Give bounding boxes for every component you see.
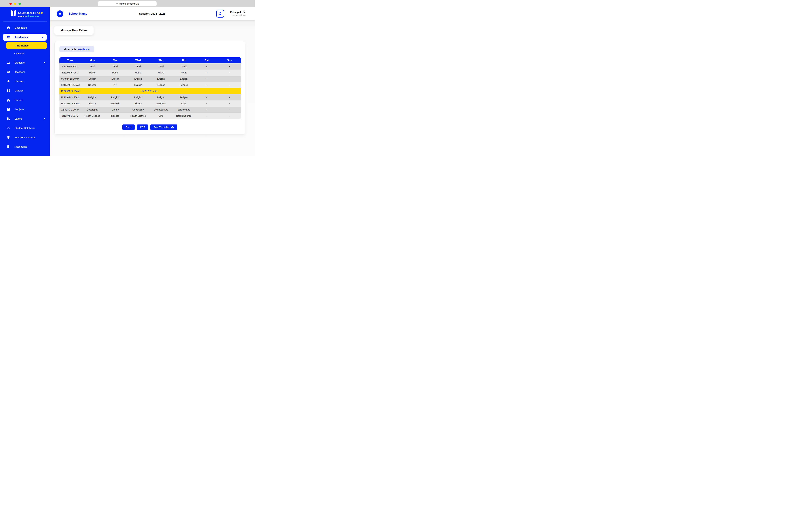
sidebar-item-label: Exams xyxy=(15,117,22,120)
sidebar-item-label: Students xyxy=(15,61,25,64)
sidebar-item-student-database[interactable]: Student Database xyxy=(0,124,50,133)
browser-topbar: school.schooler.lk xyxy=(0,0,255,7)
subject-cell: - xyxy=(218,70,241,76)
subject-cell: English xyxy=(104,76,127,82)
user-role-dropdown[interactable]: Principal xyxy=(230,11,246,14)
home-icon xyxy=(6,98,10,102)
subject-cell: History xyxy=(81,100,104,107)
export-actions: Excel PDF Print Timetable xyxy=(55,125,245,130)
subject-cell: Maths xyxy=(172,70,195,76)
subject-cell: Aesthetic xyxy=(149,100,172,107)
subject-cell: Science xyxy=(81,82,104,88)
table-row: 11:50AM-12:30PMHistoryAestheticHistoryAe… xyxy=(59,100,241,107)
subject-cell: Maths xyxy=(81,70,104,76)
pdf-button[interactable]: PDF xyxy=(137,125,148,130)
subject-cell: English xyxy=(127,76,149,82)
print-timetable-button[interactable]: Print Timetable xyxy=(150,125,177,130)
lock-icon xyxy=(116,2,118,5)
sidebar-item-label: Attendance xyxy=(15,145,27,148)
sidebar-item-houses[interactable]: Houses xyxy=(0,95,50,105)
table-row: 11:10AM-11:50AMReligionReligionReligionR… xyxy=(59,94,241,100)
sidebar-item-subjects[interactable]: Subjects xyxy=(0,105,50,114)
close-window-button[interactable] xyxy=(9,3,12,5)
subject-cell: Health Science xyxy=(172,113,195,119)
group-icon xyxy=(6,79,10,83)
sidebar: SCHOOLER.LK Powered By AlphaCodes Dashbo… xyxy=(0,7,50,156)
sidebar-item-dashboard[interactable]: Dashboard xyxy=(0,23,50,33)
subject-cell: - xyxy=(195,63,218,70)
subject-cell: - xyxy=(195,70,218,76)
table-row: 12:30PM-1:10PMGeographyLibraryGeographyC… xyxy=(59,107,241,113)
subject-cell: Geography xyxy=(81,107,104,113)
maximize-window-button[interactable] xyxy=(19,3,21,5)
subject-cell: - xyxy=(195,107,218,113)
time-cell: 12:30PM-1:10PM xyxy=(59,107,81,113)
printer-icon xyxy=(171,126,174,129)
sidebar-divider xyxy=(3,21,47,22)
time-cell: 9:30AM-10:10AM xyxy=(59,76,81,82)
subject-cell: English xyxy=(172,76,195,82)
sidebar-item-division[interactable]: Division xyxy=(0,86,50,96)
subject-cell: Science xyxy=(127,82,149,88)
subject-cell: Religion xyxy=(149,94,172,100)
column-header-thu: Thu xyxy=(149,57,172,63)
chevron-down-icon xyxy=(243,11,246,14)
subject-cell: Maths xyxy=(104,70,127,76)
subject-cell: P T xyxy=(104,82,127,88)
sidebar-item-exams[interactable]: Exams xyxy=(0,114,50,124)
subject-cell: Maths xyxy=(127,70,149,76)
book-logo-icon xyxy=(10,10,16,18)
table-row: 8:10AM-8:50AMTamilTamilTamilTamilTamil-- xyxy=(59,63,241,70)
timetable-header-row: TimeMonTueWedThuFriSatSun xyxy=(59,57,241,63)
powered-by: Powered By AlphaCodes xyxy=(18,15,44,17)
subject-cell: - xyxy=(195,113,218,119)
subject-cell: Religion xyxy=(81,94,104,100)
brand-title: SCHOOLER.LK xyxy=(18,11,44,15)
avatar[interactable] xyxy=(216,10,224,18)
subject-cell: Aesthetic xyxy=(104,100,127,107)
subject-cell: - xyxy=(195,100,218,107)
subject-cell: Science xyxy=(104,113,127,119)
sidebar-item-time-tables[interactable]: Time Tables xyxy=(6,42,47,49)
person-icon xyxy=(218,11,223,16)
column-header-fri: Fri xyxy=(172,57,195,63)
interval-row: 10:50AM-11:10AMINTERVAL xyxy=(59,88,241,94)
time-cell: 8:50AM-9:30AM xyxy=(59,70,81,76)
page-header: School Name Session: 2024 - 2025 Princip… xyxy=(50,7,255,20)
time-cell: 11:10AM-11:50AM xyxy=(59,94,81,100)
book-icon xyxy=(6,107,10,111)
sidebar-item-teachers[interactable]: Teachers xyxy=(0,68,50,77)
sidebar-item-attendance[interactable]: Attendance xyxy=(0,142,50,152)
subject-cell: Tamil xyxy=(127,63,149,70)
timetable-grade: Grade 6 A xyxy=(78,48,90,51)
sidebar-item-students[interactable]: Students xyxy=(0,58,50,68)
subject-cell: - xyxy=(195,76,218,82)
column-header-time: Time xyxy=(59,57,81,63)
sidebar-item-calendar[interactable]: Calendar xyxy=(0,49,50,58)
subject-cell: - xyxy=(218,100,241,107)
session-label: Session: 2024 - 2025 xyxy=(139,7,165,20)
sidebar-item-academics[interactable]: Academics xyxy=(3,34,47,41)
minimize-window-button[interactable] xyxy=(14,3,16,5)
sidebar-item-classes[interactable]: Classes xyxy=(0,77,50,86)
subject-cell: Geography xyxy=(127,107,149,113)
brand-logo: SCHOOLER.LK Powered By AlphaCodes xyxy=(0,7,50,18)
sidebar-item-label: Academics xyxy=(15,36,28,39)
user-type: Super Admin xyxy=(232,14,246,17)
time-cell: 11:50AM-12:30PM xyxy=(59,100,81,107)
sidebar-item-teacher-database[interactable]: Teacher Database xyxy=(0,133,50,142)
excel-button[interactable]: Excel xyxy=(122,125,135,130)
subject-cell: - xyxy=(218,113,241,119)
school-name: School Name xyxy=(69,12,87,16)
address-bar[interactable]: school.schooler.lk xyxy=(98,1,157,6)
column-header-mon: Mon xyxy=(81,57,104,63)
time-cell: 1:10PM-1:50PM xyxy=(59,113,81,119)
subject-cell: Science xyxy=(172,82,195,88)
subject-cell: Religion xyxy=(172,94,195,100)
subject-cell: Civic xyxy=(149,113,172,119)
subject-cell: Library xyxy=(104,107,127,113)
sidebar-item-label: Classes xyxy=(15,80,24,83)
subject-cell: Tamil xyxy=(149,63,172,70)
database-icon xyxy=(6,126,10,130)
table-row: 9:30AM-10:10AMEnglishEnglishEnglishEngli… xyxy=(59,76,241,82)
